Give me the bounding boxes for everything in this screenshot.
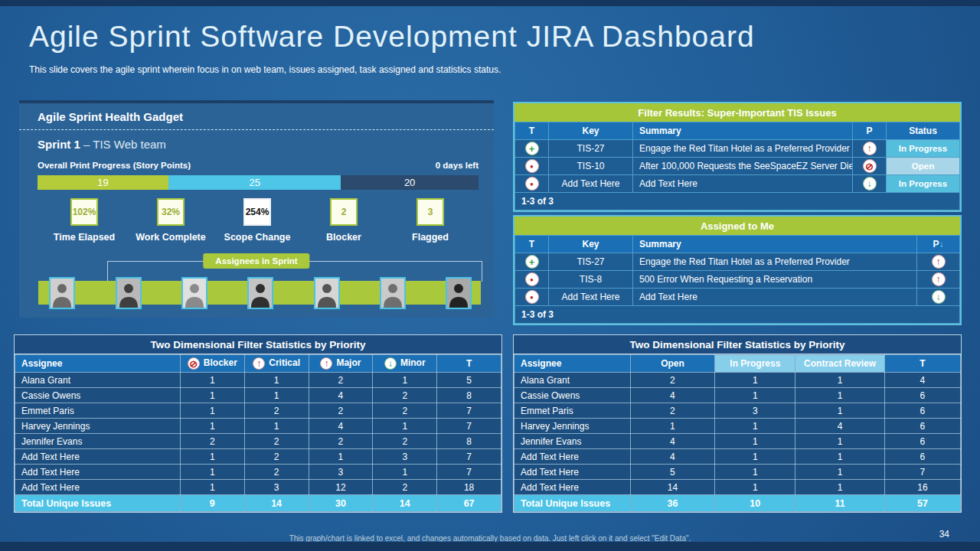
count-cell: 1 — [715, 388, 795, 403]
stat-value-box: 32% — [157, 198, 185, 226]
stat-value-box: 2 — [330, 198, 358, 226]
column-header: Summary — [633, 122, 853, 140]
assignee-avatar[interactable] — [49, 277, 75, 309]
issue-table-header-row: TKeySummaryP↓ — [515, 236, 960, 253]
column-header: T — [515, 236, 549, 253]
count-cell: 1 — [244, 388, 309, 403]
column-header: T — [437, 355, 501, 373]
issue-key-cell[interactable]: TIS-27 — [549, 140, 633, 158]
total-count-cell: 30 — [309, 495, 373, 512]
bug-dot-icon: ● — [525, 159, 539, 173]
assigned-to-me-title: Assigned to Me — [514, 217, 960, 235]
status-badge[interactable]: In Progress — [887, 140, 960, 158]
count-cell: 6 — [884, 419, 960, 434]
priority-up-icon: ↑ — [320, 357, 332, 370]
status-badge[interactable]: Open — [887, 158, 960, 175]
blocker-icon: ⊘ — [188, 357, 200, 370]
status-badge[interactable]: In Progress — [887, 175, 960, 193]
status-stats-panel: Two Dimensional Filter Statistics by Pri… — [513, 334, 962, 513]
sprint-stat: 2Blocker — [302, 198, 386, 243]
priority-up-icon: ↑ — [863, 142, 877, 155]
count-cell: 4 — [884, 373, 960, 388]
count-cell: 1 — [715, 434, 795, 449]
issue-summary-cell: Engage the Red Titan Hotel as a Preferre… — [633, 140, 853, 158]
count-cell: 1 — [795, 373, 885, 388]
assignee-cell: Harvey Jennings — [15, 419, 181, 434]
total-count-cell: 10 — [715, 495, 795, 512]
issue-type-cell: ● — [515, 175, 549, 193]
issue-key-cell[interactable]: TIS-10 — [549, 158, 633, 175]
sprint-team: – TIS Web team — [83, 138, 166, 151]
issue-key-cell[interactable]: Add Text Here — [549, 175, 633, 193]
assignee-cell: Add Text Here — [514, 480, 631, 495]
column-header: In Progress — [715, 355, 795, 373]
column-header: ⊘Blocker — [180, 355, 244, 373]
stats-row: Jennifer Evans4116 — [514, 434, 961, 449]
sprint-stat: 3Flagged — [388, 198, 472, 243]
page-subtitle: This slide covers the agile sprint where… — [29, 64, 501, 75]
priority-down-icon: ↓ — [932, 290, 946, 304]
issue-summary-cell: Add Text Here — [633, 175, 853, 193]
count-cell: 1 — [180, 480, 244, 495]
priority-stats-table: Assignee⊘Blocker↑Critical↑Major↓MinorTAl… — [15, 354, 501, 512]
priority-down-icon: ↓ — [384, 357, 397, 370]
count-cell: 18 — [437, 480, 501, 495]
column-header: Key — [549, 236, 633, 253]
count-cell: 8 — [437, 388, 501, 403]
stats-row: Harvey Jennings1146 — [514, 419, 961, 434]
days-left: 0 days left — [436, 161, 479, 170]
stat-value-box: 3 — [416, 198, 444, 226]
count-cell: 1 — [373, 373, 437, 388]
count-cell: 5 — [630, 465, 715, 480]
pagination-row: 1-3 of 3 — [515, 193, 960, 210]
assignee-avatar[interactable] — [446, 277, 472, 309]
sprint-name: Sprint 1 – TIS Web team — [19, 130, 494, 151]
column-header: ↑Critical — [244, 355, 309, 373]
count-cell: 16 — [884, 480, 960, 495]
priority-up-icon: ↑ — [932, 272, 946, 286]
assignee-avatar[interactable] — [116, 277, 142, 309]
assignee-cell: Add Text Here — [514, 465, 631, 480]
top-accent-bar — [0, 0, 980, 6]
stats-row: Alana Grant2114 — [514, 373, 961, 388]
total-count-cell: 9 — [180, 495, 244, 512]
stats-header-row: Assignee⊘Blocker↑Critical↑Major↓MinorT — [15, 355, 501, 373]
count-cell: 1 — [715, 419, 795, 434]
sprint-stat: 102%Time Elapsed — [42, 198, 126, 243]
bug-dot-icon: ● — [525, 177, 539, 191]
count-cell: 4 — [795, 419, 885, 434]
sort-descending-icon[interactable]: ↓ — [939, 239, 944, 249]
assignee-avatar[interactable] — [181, 277, 207, 309]
stats-row: Add Text Here1312218 — [15, 480, 501, 495]
issue-key-cell[interactable]: Add Text Here — [549, 289, 633, 306]
issue-row: ●TIS-8500 Error When Requesting a Reserv… — [515, 271, 960, 289]
count-cell: 3 — [715, 403, 795, 419]
plus-icon: + — [525, 142, 539, 155]
bug-dot-icon: ● — [525, 272, 539, 286]
assignee-avatar[interactable] — [314, 277, 340, 309]
column-header: Assignee — [15, 355, 181, 373]
assigned-to-me-table: TKeySummaryP↓+TIS-27Engage the Red Titan… — [514, 235, 960, 324]
count-cell: 1 — [630, 419, 715, 434]
count-cell: 1 — [795, 388, 885, 403]
status-stats-table: AssigneeOpenIn ProgressContract ReviewTA… — [514, 354, 961, 512]
story-points-progress-bar: 192520 — [38, 175, 479, 190]
assignee-cell: Alana Grant — [514, 373, 631, 388]
column-header: T — [515, 122, 549, 140]
sprint-label: Sprint 1 — [38, 138, 80, 151]
issue-key-cell[interactable]: TIS-27 — [549, 253, 633, 271]
assignee-cell: Cassie Owens — [514, 388, 631, 403]
assignee-avatar[interactable] — [380, 277, 406, 309]
count-cell: 2 — [373, 403, 437, 419]
count-cell: 2 — [373, 480, 437, 495]
assignee-cell: Alana Grant — [15, 373, 181, 388]
stats-row: Harvey Jennings11417 — [15, 419, 501, 434]
column-header: T — [884, 355, 960, 373]
count-cell: 6 — [884, 434, 960, 449]
count-cell: 1 — [795, 465, 885, 480]
plus-icon: + — [525, 255, 539, 269]
priority-down-icon: ↓ — [863, 177, 877, 191]
issue-key-cell[interactable]: TIS-8 — [549, 271, 633, 289]
assignee-avatar[interactable] — [247, 277, 273, 309]
assignee-cell: Add Text Here — [15, 465, 181, 480]
